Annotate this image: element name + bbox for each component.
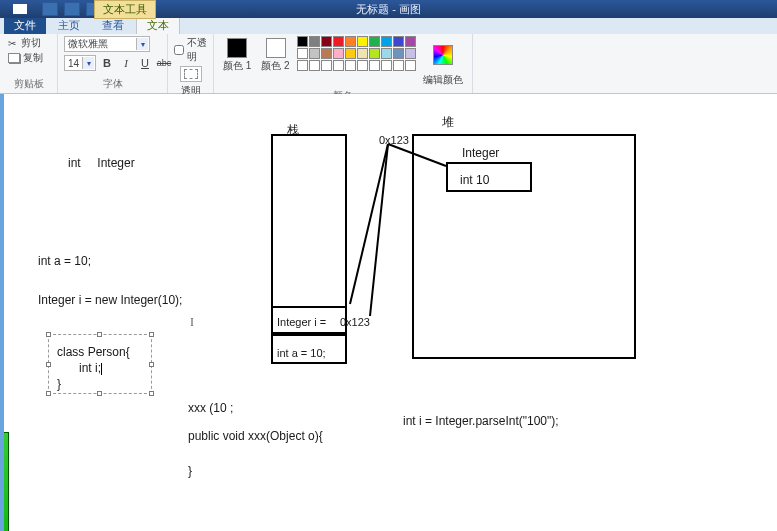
- palette-swatch[interactable]: [345, 36, 356, 47]
- italic-button[interactable]: I: [118, 55, 134, 71]
- textbox-line3: }: [57, 377, 159, 391]
- heap-integer-label: Integer: [462, 146, 499, 160]
- font-name-value: 微软雅黑: [68, 37, 108, 51]
- tab-view[interactable]: 查看: [92, 17, 134, 34]
- palette-swatch[interactable]: [345, 60, 356, 71]
- copy-button[interactable]: 复制: [6, 51, 45, 65]
- chevron-down-icon: ▾: [136, 38, 148, 50]
- color1-button[interactable]: 颜色 1: [220, 36, 254, 75]
- font-size-value: 14: [68, 58, 79, 69]
- textbox-line2: int i;: [79, 361, 181, 375]
- text-cursor: [101, 363, 102, 375]
- palette-swatch[interactable]: [393, 36, 404, 47]
- group-colors: 颜色 1 颜色 2 编辑颜色 颜色: [214, 34, 473, 93]
- palette-swatch[interactable]: [345, 48, 356, 59]
- app-icon: [13, 4, 27, 14]
- text-decl-i: Integer i = new Integer(10);: [38, 293, 182, 307]
- cut-label: 剪切: [21, 36, 41, 50]
- palette-swatch[interactable]: [333, 36, 344, 47]
- font-size-combo[interactable]: 14 ▾: [64, 55, 96, 71]
- paint-window: 文本工具 无标题 - 画图 文件 主页 查看 文本 剪切 复制: [0, 0, 777, 531]
- palette-swatch[interactable]: [369, 60, 380, 71]
- palette-swatch[interactable]: [369, 36, 380, 47]
- tab-file[interactable]: 文件: [4, 17, 46, 34]
- text-decl-a: int a = 10;: [38, 254, 91, 268]
- palette-swatch[interactable]: [297, 60, 308, 71]
- stack-row-integer-addr: 0x123: [340, 316, 370, 328]
- heap-heading: 堆: [442, 114, 454, 131]
- stack-row-integer-text: Integer i =: [277, 316, 326, 328]
- palette-swatch[interactable]: [381, 60, 392, 71]
- heap-address: 0x123: [379, 134, 409, 146]
- titlebar: 文本工具 无标题 - 画图: [0, 0, 777, 18]
- color-palette: [297, 36, 416, 71]
- snippet-line3: }: [188, 464, 192, 478]
- ibeam-cursor-icon: I: [190, 315, 194, 330]
- edit-colors-label: 编辑颜色: [423, 73, 463, 87]
- group-clipboard-label: 剪贴板: [6, 77, 51, 93]
- group-font: 微软雅黑 ▾ 14 ▾ B I U abc: [58, 34, 168, 93]
- palette-swatch[interactable]: [381, 48, 392, 59]
- palette-swatch[interactable]: [309, 36, 320, 47]
- palette-swatch[interactable]: [393, 60, 404, 71]
- scissors-icon: [8, 38, 18, 48]
- opaque-check-input[interactable]: [174, 45, 184, 55]
- group-background: 不透明 透明 背景: [168, 34, 214, 93]
- opaque-checkbox[interactable]: 不透明: [174, 36, 207, 64]
- palette-swatch[interactable]: [357, 36, 368, 47]
- qat-undo-button[interactable]: [64, 2, 80, 16]
- palette-swatch[interactable]: [333, 60, 344, 71]
- cut-button[interactable]: 剪切: [6, 36, 45, 50]
- group-clipboard: 剪切 复制 剪贴板: [0, 34, 58, 93]
- text-int-integer: int Integer: [68, 156, 135, 170]
- group-font-label: 字体: [64, 77, 161, 93]
- stack-row-int-text: int a = 10;: [277, 347, 326, 359]
- color1-swatch: [227, 38, 247, 58]
- edit-colors-button[interactable]: 编辑颜色: [420, 36, 466, 89]
- canvas-area[interactable]: 栈 堆 Integer i = 0x123 int a = 10; Intege…: [0, 94, 777, 531]
- snippet-line1: xxx (10 ;: [188, 401, 233, 415]
- palette-swatch[interactable]: [321, 36, 332, 47]
- palette-swatch[interactable]: [297, 36, 308, 47]
- bold-button[interactable]: B: [99, 55, 115, 71]
- snippet-line2: public void xxx(Object o){: [188, 429, 323, 443]
- transparent-icon: [184, 69, 198, 79]
- palette-swatch[interactable]: [357, 48, 368, 59]
- palette-swatch[interactable]: [369, 48, 380, 59]
- opaque-label: 不透明: [187, 36, 207, 64]
- svg-line-2: [370, 144, 388, 316]
- color2-swatch: [266, 38, 286, 58]
- palette-swatch[interactable]: [321, 60, 332, 71]
- tab-home[interactable]: 主页: [48, 17, 90, 34]
- palette-swatch[interactable]: [381, 36, 392, 47]
- ribbon-tabs: 文件 主页 查看 文本: [0, 18, 777, 34]
- rainbow-icon: [433, 45, 453, 65]
- palette-swatch[interactable]: [393, 48, 404, 59]
- transparent-button[interactable]: [180, 66, 202, 82]
- color1-label: 颜色 1: [223, 59, 251, 73]
- palette-swatch[interactable]: [321, 48, 332, 59]
- svg-line-1: [350, 144, 388, 304]
- chevron-down-icon: ▾: [82, 57, 94, 69]
- system-menu[interactable]: [0, 0, 40, 18]
- palette-swatch[interactable]: [297, 48, 308, 59]
- color2-label: 颜色 2: [261, 59, 289, 73]
- palette-swatch[interactable]: [405, 48, 416, 59]
- active-text-box[interactable]: class Person{ int i; }: [48, 334, 152, 394]
- palette-swatch[interactable]: [405, 36, 416, 47]
- color2-button[interactable]: 颜色 2: [258, 36, 292, 75]
- palette-swatch[interactable]: [309, 48, 320, 59]
- drawing-canvas[interactable]: 栈 堆 Integer i = 0x123 int a = 10; Intege…: [4, 94, 777, 531]
- copy-label: 复制: [23, 51, 43, 65]
- palette-swatch[interactable]: [357, 60, 368, 71]
- font-name-combo[interactable]: 微软雅黑 ▾: [64, 36, 150, 52]
- palette-swatch[interactable]: [405, 60, 416, 71]
- palette-swatch[interactable]: [309, 60, 320, 71]
- textbox-line1: class Person{: [57, 345, 159, 359]
- ribbon: 剪切 复制 剪贴板 微软雅黑 ▾: [0, 34, 777, 94]
- underline-button[interactable]: U: [137, 55, 153, 71]
- heap-int10-text: int 10: [460, 173, 489, 187]
- palette-swatch[interactable]: [333, 48, 344, 59]
- qat-save-button[interactable]: [42, 2, 58, 16]
- copy-icon: [8, 53, 20, 63]
